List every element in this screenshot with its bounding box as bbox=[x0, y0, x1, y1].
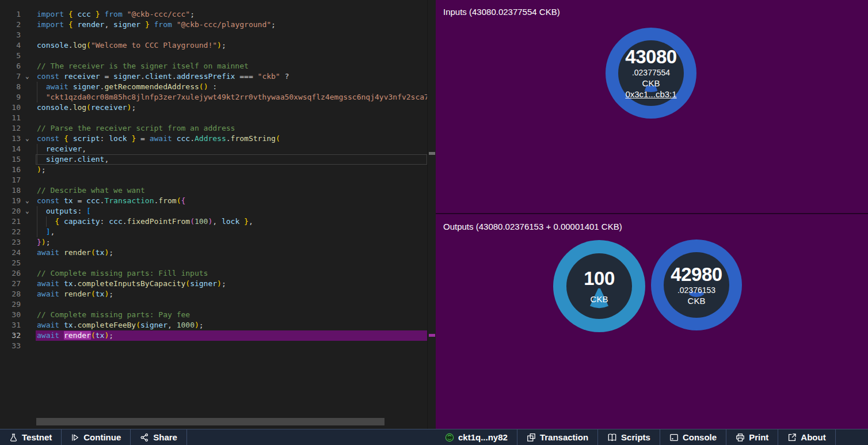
scripts-button[interactable]: Scripts bbox=[598, 429, 660, 445]
cell-labels: 42980.02376153CKB bbox=[651, 239, 742, 330]
code-text: signer.client, bbox=[37, 154, 109, 165]
fold-chevron-icon[interactable]: ⌄ bbox=[25, 206, 33, 216]
code-line-27[interactable]: 27await tx.completeInputsByCapacity(sign… bbox=[0, 279, 436, 289]
code-line-4[interactable]: 4console.log("Welcome to CCC Playground!… bbox=[0, 40, 436, 51]
code-line-20[interactable]: 20⌄ outputs: [ bbox=[0, 206, 436, 216]
code-line-2[interactable]: 2import { render, signer } from "@ckb-cc… bbox=[0, 20, 436, 30]
line-number[interactable]: 10 bbox=[0, 102, 21, 113]
line-number[interactable]: 16 bbox=[0, 165, 21, 175]
ckt1q-ny82-button[interactable]: ckt1q...ny82 bbox=[436, 429, 517, 445]
code-line-8[interactable]: 8 await signer.getRecommendedAddress() : bbox=[0, 82, 436, 92]
line-number[interactable]: 15 bbox=[0, 154, 21, 165]
line-number[interactable]: 5 bbox=[0, 51, 21, 61]
code-line-33[interactable]: 33 bbox=[0, 341, 436, 351]
line-number[interactable]: 18 bbox=[0, 185, 21, 196]
line-number[interactable]: 7 bbox=[0, 71, 21, 82]
line-number[interactable]: 21 bbox=[0, 216, 21, 227]
line-number[interactable]: 32 bbox=[0, 330, 21, 341]
code-text: const receiver = signer.client.addressPr… bbox=[37, 71, 289, 82]
button-label: Testnet bbox=[22, 432, 52, 442]
button-label: Transaction bbox=[540, 432, 588, 442]
cell-amount: 42980 bbox=[671, 264, 722, 285]
line-number[interactable]: 8 bbox=[0, 82, 21, 92]
line-number[interactable]: 6 bbox=[0, 61, 21, 71]
line-number[interactable]: 33 bbox=[0, 341, 21, 351]
line-number[interactable]: 12 bbox=[0, 123, 21, 134]
line-number[interactable]: 22 bbox=[0, 227, 21, 237]
transaction-panel: Inputs (43080.02377554 CKB) Outputs (430… bbox=[436, 0, 868, 429]
horizontal-scrollbar-thumb[interactable] bbox=[36, 418, 384, 425]
line-number[interactable]: 20 bbox=[0, 206, 21, 216]
cell-unit: CKB bbox=[642, 78, 660, 89]
code-line-9[interactable]: 9 "ckt1qzda0cr08m85hc8jlnfp3zer7xulejywt… bbox=[0, 92, 436, 102]
line-number[interactable]: 1 bbox=[0, 9, 21, 20]
transaction-button[interactable]: Transaction bbox=[517, 429, 598, 445]
line-number[interactable]: 25 bbox=[0, 258, 21, 268]
line-number[interactable]: 14 bbox=[0, 144, 21, 154]
code-line-25[interactable]: 25 bbox=[0, 258, 436, 268]
code-text: // Describe what we want bbox=[37, 185, 145, 196]
line-number[interactable]: 30 bbox=[0, 310, 21, 320]
print-button[interactable]: Print bbox=[726, 429, 778, 445]
line-number[interactable]: 4 bbox=[0, 40, 21, 51]
line-number[interactable]: 13 bbox=[0, 134, 21, 144]
continue-button[interactable]: Continue bbox=[62, 429, 131, 445]
code-line-13[interactable]: 13⌄const { script: lock } = await ccc.Ad… bbox=[0, 134, 436, 144]
line-number[interactable]: 26 bbox=[0, 268, 21, 279]
fold-chevron-icon[interactable]: ⌄ bbox=[25, 134, 33, 144]
code-line-28[interactable]: 28await render(tx); bbox=[0, 289, 436, 299]
ruler-cursor-mark bbox=[429, 152, 435, 155]
code-line-14[interactable]: 14 receiver, bbox=[0, 144, 436, 154]
code-line-6[interactable]: 6// The receiver is the signer itself on… bbox=[0, 61, 436, 71]
code-line-19[interactable]: 19⌄const tx = ccc.Transaction.from({ bbox=[0, 196, 436, 206]
line-number[interactable]: 27 bbox=[0, 279, 21, 289]
line-number[interactable]: 11 bbox=[0, 113, 21, 123]
code-line-10[interactable]: 10console.log(receiver); bbox=[0, 102, 436, 113]
code-line-16[interactable]: 16); bbox=[0, 165, 436, 175]
code-line-24[interactable]: 24await render(tx); bbox=[0, 248, 436, 258]
share-button[interactable]: Share bbox=[131, 429, 187, 445]
about-button[interactable]: About bbox=[778, 429, 835, 445]
code-line-12[interactable]: 12// Parse the receiver script from an a… bbox=[0, 123, 436, 134]
line-number[interactable]: 31 bbox=[0, 320, 21, 330]
flask-icon bbox=[9, 433, 18, 442]
code-line-21[interactable]: 21 { capacity: ccc.fixedPointFrom(100), … bbox=[0, 216, 436, 227]
line-number[interactable]: 19 bbox=[0, 196, 21, 206]
line-number[interactable]: 3 bbox=[0, 30, 21, 40]
code-line-17[interactable]: 17 bbox=[0, 175, 436, 185]
line-number[interactable]: 17 bbox=[0, 175, 21, 185]
code-editor[interactable]: 1import { ccc } from "@ckb-ccc/ccc";2imp… bbox=[0, 0, 436, 429]
line-number[interactable]: 2 bbox=[0, 20, 21, 30]
code-line-22[interactable]: 22 ], bbox=[0, 227, 436, 237]
console-button[interactable]: Console bbox=[660, 429, 726, 445]
code-line-1[interactable]: 1import { ccc } from "@ckb-ccc/ccc"; bbox=[0, 9, 436, 20]
line-number[interactable]: 28 bbox=[0, 289, 21, 299]
line-number[interactable]: 23 bbox=[0, 237, 21, 248]
testnet-button[interactable]: Testnet bbox=[0, 429, 62, 445]
button-label: Share bbox=[153, 432, 177, 442]
code-line-26[interactable]: 26// Complete missing parts: Fill inputs bbox=[0, 268, 436, 279]
line-number[interactable]: 9 bbox=[0, 92, 21, 102]
code-line-30[interactable]: 30// Complete missing parts: Pay fee bbox=[0, 310, 436, 320]
cell-unit: CKB bbox=[688, 295, 706, 306]
overview-ruler[interactable] bbox=[427, 0, 436, 429]
code-line-7[interactable]: 7⌄const receiver = signer.client.address… bbox=[0, 71, 436, 82]
fold-chevron-icon[interactable]: ⌄ bbox=[25, 196, 33, 206]
code-text: // Complete missing parts: Fill inputs bbox=[37, 268, 208, 279]
code-line-15[interactable]: 15 signer.client, bbox=[0, 154, 436, 165]
code-line-32[interactable]: 32await render(tx); bbox=[0, 330, 436, 341]
code-line-23[interactable]: 23}); bbox=[0, 237, 436, 248]
code-line-5[interactable]: 5 bbox=[0, 51, 436, 61]
printer-icon bbox=[736, 433, 745, 442]
line-number[interactable]: 24 bbox=[0, 248, 21, 258]
button-label: Console bbox=[683, 432, 717, 442]
fold-chevron-icon[interactable]: ⌄ bbox=[25, 71, 33, 82]
code-line-3[interactable]: 3 bbox=[0, 30, 436, 40]
code-line-18[interactable]: 18// Describe what we want bbox=[0, 185, 436, 196]
outpoint-link[interactable]: 0x3c1...cb3:1 bbox=[625, 89, 676, 100]
line-number[interactable]: 29 bbox=[0, 299, 21, 310]
code-line-31[interactable]: 31await tx.completeFeeBy(signer, 1000); bbox=[0, 320, 436, 330]
inputs-header: Inputs (43080.02377554 CKB) bbox=[443, 7, 560, 17]
code-line-11[interactable]: 11 bbox=[0, 113, 436, 123]
code-line-29[interactable]: 29 bbox=[0, 299, 436, 310]
